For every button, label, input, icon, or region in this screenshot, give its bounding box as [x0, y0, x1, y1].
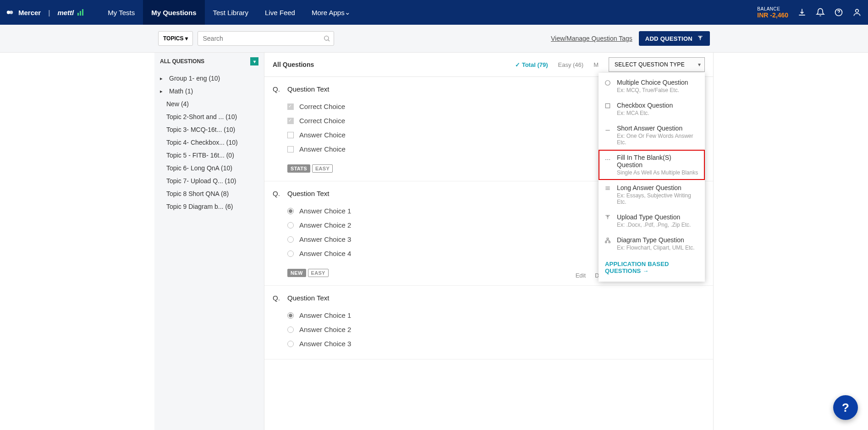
qtype-option[interactable]: Checkbox QuestionEx: MCA Etc.: [599, 98, 705, 120]
sidebar-title: ALL QUESTIONS: [160, 58, 204, 65]
mettl-bars-icon: [77, 9, 85, 16]
balance-amount: INR -2,460: [757, 11, 788, 19]
nav-item-live-feed[interactable]: Live Feed: [257, 0, 303, 25]
main-area: ALL QUESTIONS ▾ Group 1- eng (10)Math (1…: [154, 53, 714, 430]
qtype-title: Multiple Choice Question: [617, 79, 698, 86]
checkbox-control: [287, 132, 294, 138]
para-icon: [604, 185, 611, 192]
toolbar: TOPICS ▾ View/Manage Question Tags ADD Q…: [0, 25, 868, 53]
check-icon: ✓: [515, 61, 520, 68]
content-header: All Questions ✓ Total (79) Easy (46) M S…: [264, 53, 713, 77]
upload-icon: [604, 214, 611, 221]
sidebar-topic[interactable]: Topic 3- MCQ-16t... (10): [154, 123, 264, 136]
sidebar-topic[interactable]: Topic 8 Short QNA (8): [154, 187, 264, 200]
qtype-subtitle: Ex: .Docx, .Pdf, .Png, .Zip Etc.: [617, 222, 698, 228]
select-question-type-button[interactable]: SELECT QUESTION TYPE: [609, 57, 705, 72]
qtype-option[interactable]: Short Answer QuestionEx: One Or Few Word…: [599, 120, 705, 150]
help-icon[interactable]: [834, 8, 843, 17]
answer-choice[interactable]: Answer Choice 1: [287, 308, 705, 322]
choice-label: Correct Choice: [299, 103, 345, 110]
bell-icon[interactable]: [816, 8, 825, 17]
header-right: BALANCE INR -2,460: [757, 6, 862, 19]
radio-icon: [604, 79, 611, 87]
sidebar-topic[interactable]: Topic 2-Short and ... (10): [154, 110, 264, 123]
action-edit[interactable]: Edit: [576, 272, 586, 279]
svg-rect-17: [607, 238, 609, 239]
nav-item-test-library[interactable]: Test Library: [205, 0, 257, 25]
badge: STATS: [287, 164, 310, 173]
qtype-title: Checkbox Question: [617, 102, 698, 109]
radio-control: [287, 250, 294, 257]
sidebar-topic[interactable]: Topic 5 - FITB- 16t... (0): [154, 149, 264, 162]
sidebar-topic[interactable]: Topic 9 Diagram b... (6): [154, 200, 264, 213]
answer-choice[interactable]: Answer Choice 3: [287, 337, 705, 351]
mercer-icon: [6, 8, 15, 16]
choice-label: Answer Choice 2: [299, 221, 351, 229]
chevron-down-icon: ⌄: [345, 8, 351, 16]
choice-label: Answer Choice 2: [299, 326, 351, 333]
qtype-option[interactable]: Long Answer QuestionEx: Essays, Subjecti…: [599, 180, 705, 209]
brand-text-2: mettl: [57, 9, 74, 16]
add-question-button[interactable]: ADD QUESTION: [639, 31, 710, 46]
answer-choice[interactable]: Answer Choice 2: [287, 322, 705, 337]
sidebar-topic[interactable]: Group 1- eng (10): [154, 72, 264, 85]
qtype-title: Upload Type Question: [617, 213, 698, 221]
sidebar-topic[interactable]: Topic 4- Checkbox... (10): [154, 136, 264, 149]
nav-item-my-questions[interactable]: My Questions: [143, 0, 204, 25]
sidebar-header: ALL QUESTIONS ▾: [154, 53, 264, 70]
primary-nav: My TestsMy QuestionsTest LibraryLive Fee…: [99, 0, 358, 25]
balance: BALANCE INR -2,460: [757, 6, 788, 19]
svg-point-6: [856, 9, 859, 12]
radio-control: [287, 327, 294, 333]
sidebar-collapse-toggle[interactable]: ▾: [250, 57, 258, 65]
qtype-subtitle: Ex: MCA Etc.: [617, 110, 698, 116]
qtype-option[interactable]: Fill In The Blank(S) QuestionSingle As W…: [599, 150, 705, 180]
choice-label: Answer Choice 4: [299, 250, 351, 257]
question-marker: Q.: [273, 190, 279, 277]
filter-total[interactable]: ✓ Total (79): [515, 61, 548, 68]
qtype-title: Short Answer Question: [617, 125, 698, 132]
checkbox-control: [287, 118, 294, 124]
download-icon[interactable]: [797, 8, 807, 17]
qtype-subtitle: Ex: Flowchart, Clipart, UML Etc.: [617, 245, 698, 251]
qtype-option[interactable]: Multiple Choice QuestionEx: MCQ, True/Fa…: [599, 75, 705, 98]
qtype-title: Diagram Type Question: [617, 236, 698, 244]
radio-control: [287, 222, 294, 229]
help-fab[interactable]: ?: [833, 395, 858, 420]
search-input[interactable]: [198, 31, 334, 46]
filter-easy[interactable]: Easy (46): [558, 61, 584, 68]
manage-tags-link[interactable]: View/Manage Question Tags: [551, 35, 632, 42]
qtype-option[interactable]: Upload Type QuestionEx: .Docx, .Pdf, .Pn…: [599, 209, 705, 232]
topics-dropdown-button[interactable]: TOPICS ▾: [158, 31, 193, 46]
content-title: All Questions: [273, 61, 314, 68]
checkbox-control: [287, 146, 294, 152]
sidebar-topic[interactable]: Topic 7- Upload Q... (10): [154, 174, 264, 187]
line-icon: [604, 125, 611, 132]
user-icon[interactable]: [852, 8, 862, 17]
qtype-subtitle: Ex: Essays, Subjective Writing Etc.: [617, 192, 698, 205]
question-text: Question Text: [287, 294, 705, 302]
application-based-link[interactable]: APPLICATION BASED QUESTIONS →: [599, 255, 705, 280]
filter-more[interactable]: M: [593, 61, 599, 68]
choice-label: Correct Choice: [299, 117, 345, 125]
checkbox-control: [287, 103, 294, 110]
question: Q.Question TextAnswer Choice 1Answer Cho…: [264, 286, 713, 359]
sidebar-topic[interactable]: Math (1): [154, 85, 264, 98]
sidebar: ALL QUESTIONS ▾ Group 1- eng (10)Math (1…: [154, 53, 264, 430]
question-marker: Q.: [273, 85, 279, 173]
choice-label: Answer Choice: [299, 131, 346, 139]
choice-label: Answer Choice: [299, 145, 346, 153]
sidebar-topic[interactable]: Topic 6- Long QnA (10): [154, 162, 264, 174]
svg-rect-2: [77, 13, 79, 16]
nav-item-more-apps[interactable]: More Apps ⌄: [303, 0, 359, 25]
badge: NEW: [287, 269, 306, 277]
upload-icon: [697, 35, 703, 42]
sidebar-topic[interactable]: New (4): [154, 98, 264, 110]
qtype-option[interactable]: Diagram Type QuestionEx: Flowchart, Clip…: [599, 232, 705, 255]
add-question-label: ADD QUESTION: [645, 35, 692, 42]
nav-item-my-tests[interactable]: My Tests: [99, 0, 143, 25]
checkbox-icon: [604, 102, 611, 109]
question-type-dropdown: Multiple Choice QuestionEx: MCQ, True/Fa…: [599, 73, 705, 282]
caret-down-icon: ▾: [185, 35, 188, 42]
balance-label: BALANCE: [757, 6, 788, 11]
